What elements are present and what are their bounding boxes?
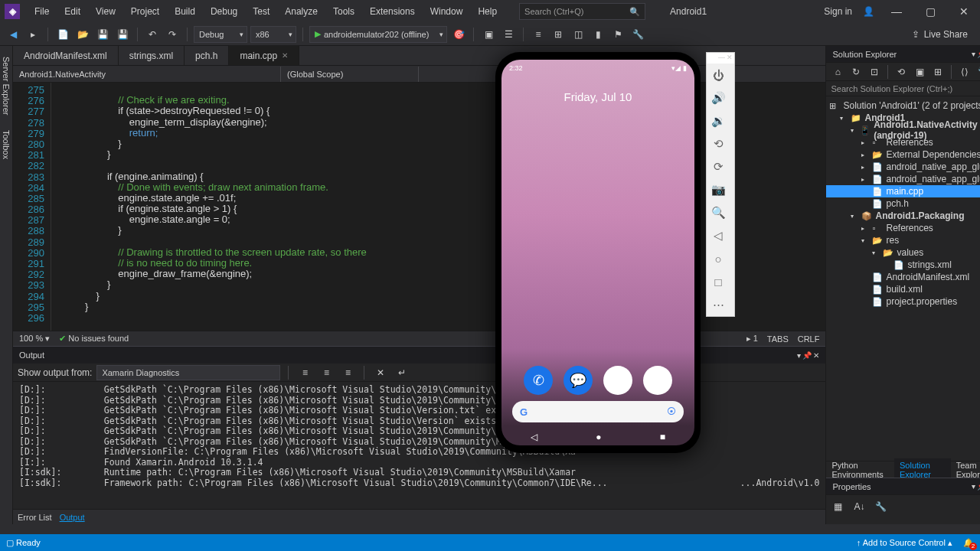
ex-btn-8[interactable]: 🔧 [975, 64, 980, 80]
issues-indicator[interactable]: ✔ No issues found [59, 334, 129, 344]
ex-btn-7[interactable]: ⟨⟩ [956, 64, 973, 80]
menu-project[interactable]: Project [124, 3, 166, 20]
menu-build[interactable]: Build [168, 3, 202, 20]
menu-help[interactable]: Help [471, 3, 504, 20]
output-clear-button[interactable]: ✕ [372, 364, 389, 381]
project-scope-dropdown[interactable]: Android1.NativeActivity [13, 67, 281, 82]
emu-camera-icon[interactable]: 📷 [707, 178, 730, 201]
emu-app-icon[interactable]: ✆ [524, 366, 553, 395]
emu-app-icon[interactable]: ● [643, 366, 672, 395]
open-button[interactable]: 📂 [74, 26, 91, 43]
minimize-button[interactable]: — [885, 2, 908, 21]
explorer-pin-icon[interactable]: 📌 [977, 50, 980, 58]
ex-btn-5[interactable]: ▣ [911, 64, 928, 80]
tree-item[interactable]: ▸📄android_native_app_glue.h [826, 173, 980, 185]
server-explorer-tab[interactable]: Server Explorer [0, 52, 12, 119]
output-close-icon[interactable]: ✕ [813, 351, 819, 360]
assistant-icon[interactable]: ⦿ [667, 406, 676, 417]
tab-pch-h[interactable]: pch.h [185, 46, 229, 65]
btn-3[interactable]: ≡ [530, 26, 547, 43]
emu-volup-icon[interactable]: 🔊 [707, 86, 730, 109]
platform-dropdown[interactable]: x86 [250, 26, 296, 43]
close-button[interactable]: ✕ [952, 2, 975, 21]
tree-item[interactable]: ▸▫References [826, 222, 980, 234]
error-list-tab[interactable]: Error List [18, 513, 52, 522]
explorer-search-input[interactable]: Search Solution Explorer (Ctrl+;)🔍 [826, 81, 980, 96]
menu-extensions[interactable]: Extensions [363, 3, 422, 20]
menu-window[interactable]: Window [423, 3, 470, 20]
global-scope-dropdown[interactable]: (Global Scope) [281, 67, 419, 82]
live-share-button[interactable]: ⇪ Live Share [904, 29, 975, 40]
menu-tools[interactable]: Tools [326, 3, 361, 20]
menu-debug[interactable]: Debug [204, 3, 244, 20]
emu-home-icon[interactable]: ○ [707, 247, 730, 270]
ex-home-icon[interactable]: ⌂ [829, 64, 846, 80]
tree-item[interactable]: 📄strings.xml [826, 259, 980, 271]
emu-power-icon[interactable]: ⏻ [707, 64, 730, 86]
tab-close-icon[interactable]: ✕ [282, 51, 288, 60]
tree-item[interactable]: ▸📄android_native_app_glue.c [826, 161, 980, 173]
explorer-dd-icon[interactable]: ▾ [972, 50, 975, 58]
back-button[interactable]: ◀ [5, 26, 21, 43]
menu-test[interactable]: Test [246, 3, 276, 20]
ex-btn-3[interactable]: ⊡ [866, 64, 883, 80]
sign-in-link[interactable]: Sign in [824, 6, 852, 17]
output-wrap-button[interactable]: ↵ [394, 364, 410, 381]
emu-zoom-icon[interactable]: 🔍 [707, 201, 730, 224]
btn-8[interactable]: 🔧 [629, 26, 646, 43]
props-cat-icon[interactable]: ▦ [829, 498, 846, 515]
btn-2[interactable]: ☰ [500, 26, 517, 43]
tree-item[interactable]: 📄project.properties [826, 295, 980, 308]
toolbox-tab[interactable]: Toolbox [0, 126, 12, 164]
code-editor[interactable]: 2752762772782792802812822832842852862872… [13, 83, 825, 331]
save-all-button[interactable]: 💾 [114, 26, 131, 43]
ex-btn-6[interactable]: ⊞ [929, 64, 946, 80]
ex-btn-2[interactable]: ↻ [848, 64, 864, 80]
emu-app-icon[interactable]: ▶ [603, 366, 632, 395]
output-tab[interactable]: Output [60, 513, 85, 522]
tree-item[interactable]: ▸📂External Dependencies [826, 148, 980, 161]
tree-item[interactable]: 📄main.cpp [826, 185, 980, 197]
ex-btn-4[interactable]: ⟲ [893, 64, 910, 80]
btn-1[interactable]: ▣ [480, 26, 497, 43]
line-ending[interactable]: CRLF [798, 334, 820, 344]
redo-button[interactable]: ↷ [164, 26, 181, 43]
emu-voldown-icon[interactable]: 🔉 [707, 109, 730, 132]
notifications-icon[interactable]: 🔔 [963, 538, 974, 548]
user-icon[interactable]: 👤 [863, 6, 874, 17]
tree-item[interactable]: 📄AndroidManifest.xml [826, 271, 980, 283]
forward-button[interactable]: ▸ [24, 26, 41, 43]
btn-4[interactable]: ⊞ [550, 26, 567, 43]
output-pin-icon[interactable]: 📌 [802, 351, 812, 360]
tree-item[interactable]: 📄build.xml [826, 283, 980, 295]
btn-7[interactable]: ⚑ [609, 26, 626, 43]
tree-item[interactable]: ▾📂values [826, 246, 980, 259]
fold-gutter[interactable] [51, 83, 85, 331]
emu-overview-icon[interactable]: □ [707, 270, 730, 293]
tab-AndroidManifest-xml[interactable]: AndroidManifest.xml [13, 46, 119, 65]
emu-rotate-left-icon[interactable]: ⟲ [707, 132, 730, 155]
emulator-search-bar[interactable]: G ⦿ [512, 401, 684, 422]
android-emulator[interactable]: 2:32▾◢ ▮ Friday, Jul 10 ✆💬▶● G ⦿ ◁ ● ■ [495, 52, 701, 453]
menu-edit[interactable]: Edit [57, 3, 87, 20]
menu-view[interactable]: View [89, 3, 122, 20]
config-dropdown[interactable]: Debug [194, 26, 247, 43]
emu-more-icon[interactable]: ⋯ [707, 293, 730, 316]
debug-target-button[interactable]: 🎯 [450, 26, 467, 43]
zoom-level[interactable]: 100 % ▾ [19, 334, 50, 344]
quick-search-input[interactable]: Search (Ctrl+Q)🔍 [519, 3, 645, 20]
output-btn-2[interactable]: ≡ [318, 364, 335, 381]
emu-min-icon[interactable]: — [718, 54, 725, 63]
btn-6[interactable]: ▮ [590, 26, 606, 43]
props-wrench-icon[interactable]: 🔧 [872, 498, 889, 515]
output-source-dropdown[interactable]: Xamarin Diagnostics [96, 365, 280, 380]
solution-tree[interactable]: ⊞ Solution 'Android1' (2 of 2 projects) … [826, 96, 980, 461]
tree-item[interactable]: ▾📂res [826, 234, 980, 246]
emu-back-icon[interactable]: ◁ [531, 432, 537, 442]
tree-item[interactable]: 📄pch.h [826, 197, 980, 210]
tab-strings-xml[interactable]: strings.xml [119, 46, 185, 65]
emu-app-icon[interactable]: 💬 [564, 366, 593, 395]
emu-recents-icon[interactable]: ■ [660, 432, 665, 442]
menu-file[interactable]: File [28, 3, 56, 20]
props-az-icon[interactable]: A↓ [851, 498, 867, 515]
